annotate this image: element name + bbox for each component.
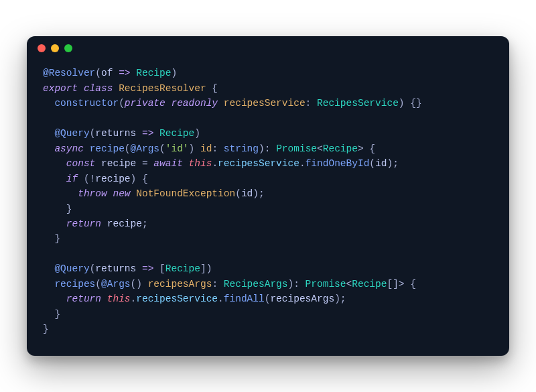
code-line: @Resolver(of => Recipe) <box>43 66 493 80</box>
token-decorator: @Args <box>131 143 160 154</box>
token-punct <box>84 143 90 154</box>
window-titlebar <box>27 36 509 60</box>
token-punct: (! <box>78 174 95 184</box>
token-punct <box>153 128 159 139</box>
token-punct: : <box>212 143 223 154</box>
code-line: export class RecipesResolver { <box>43 81 493 96</box>
code-line: const recipe = await this.recipesService… <box>43 156 493 171</box>
token-punct <box>43 188 78 199</box>
token-keyword: class <box>84 83 113 94</box>
code-line: if (!recipe) { <box>43 172 493 186</box>
code-line: throw new NotFoundException(id); <box>43 186 493 201</box>
code-line: @Query(returns => [Recipe]) <box>43 261 493 276</box>
code-line: @Query(returns => Recipe) <box>43 126 493 141</box>
token-punct: : <box>212 279 223 289</box>
token-punct <box>101 293 107 304</box>
token-punct: . <box>131 293 137 304</box>
token-type: Promise <box>276 143 317 154</box>
code-line: } <box>43 202 493 216</box>
token-punct: ); <box>253 188 264 199</box>
code-line: constructor(private readonly recipesServ… <box>43 96 493 111</box>
token-punct: . <box>218 293 224 304</box>
token-type: Recipe <box>159 128 194 139</box>
token-ident: returns <box>95 263 136 274</box>
token-punct: } <box>43 324 49 334</box>
token-arrow: => <box>119 68 130 78</box>
token-punct: ( <box>159 143 165 154</box>
token-ident: of <box>101 68 113 78</box>
code-line: } <box>43 231 493 246</box>
token-punct: ) <box>189 143 200 154</box>
token-punct: } <box>43 233 60 244</box>
token-punct: ): <box>288 279 306 289</box>
code-line: async recipe(@Args('id') id: string): Pr… <box>43 141 493 156</box>
token-punct: < <box>317 143 323 154</box>
token-punct <box>43 218 66 229</box>
token-punct <box>43 128 54 139</box>
token-punct: = <box>136 158 153 169</box>
token-punct: ( <box>125 143 131 154</box>
token-punct <box>43 263 54 274</box>
token-punct: ]) <box>200 263 212 274</box>
token-keyword: new <box>113 188 130 199</box>
token-punct <box>113 83 119 94</box>
token-punct <box>131 188 137 199</box>
code-line: } <box>43 307 493 322</box>
token-punct: ) <box>194 128 200 139</box>
token-method: findAll <box>224 293 265 304</box>
token-type: RecipesArgs <box>224 279 288 289</box>
token-type: Promise <box>306 279 346 289</box>
token-ident: recipe <box>95 174 130 184</box>
token-prop: recipesService <box>218 158 299 169</box>
token-punct <box>78 83 84 94</box>
token-punct: ); <box>387 158 398 169</box>
token-keyword: return <box>66 218 101 229</box>
token-punct <box>136 128 142 139</box>
token-method: constructor <box>54 98 119 109</box>
token-punct: ( <box>95 68 101 78</box>
code-line <box>43 247 493 261</box>
token-keyword: throw <box>78 188 107 199</box>
token-punct: } <box>43 309 60 320</box>
token-punct: ) { <box>131 174 148 184</box>
token-arrow: => <box>142 128 153 139</box>
token-punct: } <box>43 204 72 214</box>
token-keyword: if <box>66 174 78 184</box>
token-param: recipesService <box>224 98 306 109</box>
token-method: findOneById <box>306 158 370 169</box>
zoom-icon[interactable] <box>64 44 72 52</box>
code-line <box>43 111 493 126</box>
token-keyword: return <box>66 293 101 304</box>
token-punct <box>43 174 66 184</box>
token-punct: : <box>306 98 317 109</box>
token-decorator: @Resolver <box>43 68 95 78</box>
token-class-name: RecipesResolver <box>119 83 206 94</box>
token-punct: > { <box>358 143 375 154</box>
token-keyword: async <box>54 143 84 154</box>
code-line: return recipe; <box>43 216 493 231</box>
close-icon[interactable] <box>38 44 46 52</box>
token-punct: ): <box>259 143 276 154</box>
token-keyword: await <box>153 158 183 169</box>
token-method: recipes <box>54 279 95 289</box>
minimize-icon[interactable] <box>51 44 59 52</box>
token-punct: ) {} <box>399 98 422 109</box>
token-punct <box>218 98 224 109</box>
token-punct <box>136 263 142 274</box>
token-type: Recipe <box>136 68 171 78</box>
token-ident: recipesArgs <box>270 293 334 304</box>
token-this: this <box>189 158 212 169</box>
token-punct <box>43 143 54 154</box>
token-punct <box>131 68 137 78</box>
token-ident: id <box>375 158 387 169</box>
token-punct <box>43 293 66 304</box>
token-punct <box>95 158 101 169</box>
token-type: Recipe <box>165 263 200 274</box>
token-class-name: NotFoundException <box>136 188 235 199</box>
token-type: Recipe <box>352 279 387 289</box>
token-method: recipe <box>90 143 125 154</box>
token-ident: recipe <box>101 158 136 169</box>
token-punct <box>43 158 66 169</box>
token-punct: ( <box>95 279 101 289</box>
token-string: 'id' <box>165 143 189 154</box>
